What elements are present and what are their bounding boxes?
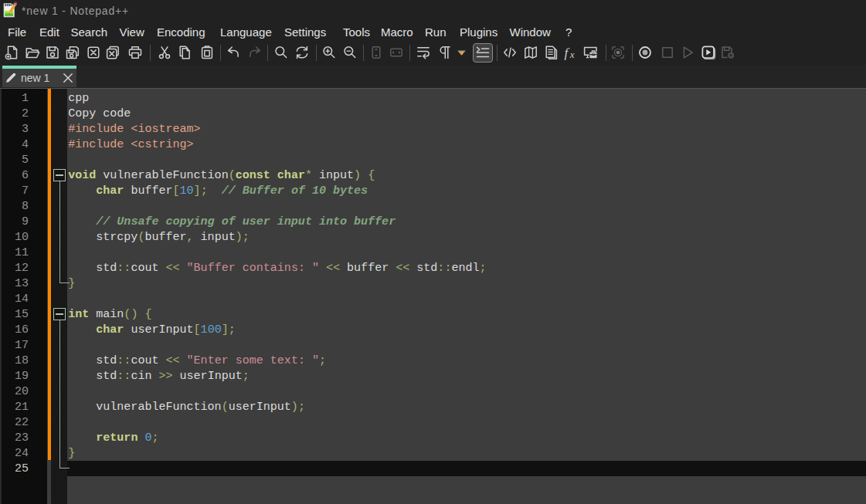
svg-text:f: f: [565, 46, 570, 60]
svg-text:x: x: [569, 49, 575, 60]
